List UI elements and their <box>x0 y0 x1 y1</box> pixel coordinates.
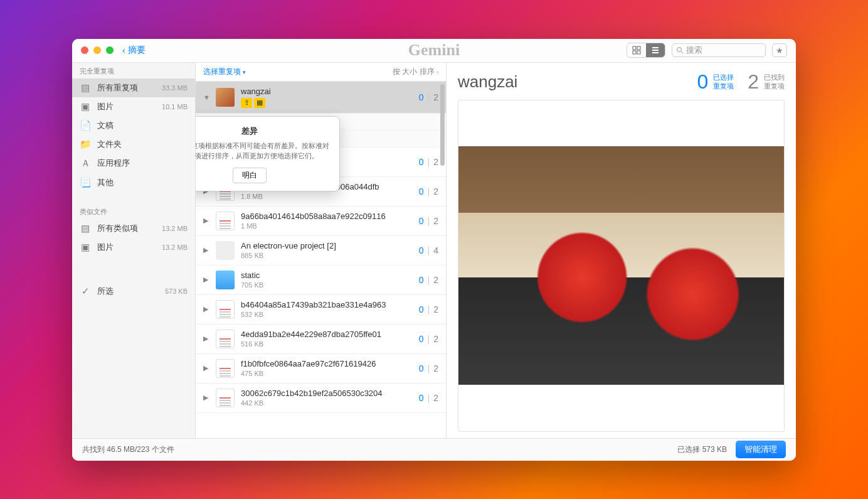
duplicate-groups-list[interactable]: ▼ wangzai ⇪▦ 0|2 mages › 📄 wangzai.jpguc… <box>196 82 446 438</box>
disclosure-triangle-icon[interactable]: ▼ <box>203 94 209 101</box>
preview-title: wangzai <box>458 72 517 92</box>
group-name: static <box>241 271 413 280</box>
other-icon: 📃 <box>80 177 91 188</box>
svg-line-8 <box>681 51 683 53</box>
duplicate-group[interactable]: ▶ An electron-vue project [2] 885 KB 0|4 <box>196 236 446 266</box>
sidebar-item-label: 图片 <box>97 101 114 112</box>
sidebar-item-size: 33.3 MB <box>162 84 188 92</box>
disclosure-triangle-icon[interactable]: ▶ <box>203 276 209 284</box>
group-counts: 0|2 <box>419 157 438 167</box>
disclosure-triangle-icon[interactable]: ▶ <box>203 394 209 402</box>
svg-rect-1 <box>637 46 640 50</box>
group-counts: 0|4 <box>419 245 438 255</box>
duplicate-group[interactable]: ▶ 9a66ba4014614b058a8aa7e922c09116 1 MB … <box>196 207 446 236</box>
popover-ok-button[interactable]: 明白 <box>233 168 267 183</box>
search-icon <box>676 46 684 54</box>
duplicate-group[interactable]: ▶ static 705 KB 0|2 <box>196 266 446 295</box>
scrollbar[interactable] <box>440 84 445 436</box>
group-size: 516 KB <box>241 340 413 348</box>
sidebar: 完全重复项 ▤ 所有重复项 33.3 MB▣ 图片 10.1 MB📄 文稿 📁 … <box>72 63 196 438</box>
disclosure-triangle-icon[interactable]: ▶ <box>203 335 209 343</box>
footer-selected-size: 已选择 573 KB <box>677 444 727 455</box>
back-to-summary-button[interactable]: ‹ 摘要 <box>122 45 146 56</box>
summary-label: 摘要 <box>128 45 146 56</box>
group-size: 705 KB <box>241 281 413 289</box>
svg-point-7 <box>677 48 682 52</box>
preview-image <box>458 146 784 385</box>
thumbnail-icon <box>216 359 235 378</box>
tag-icon: ▦ <box>254 98 265 108</box>
close-button[interactable] <box>81 46 88 54</box>
duplicate-group[interactable]: ▶ f1b0fbfce0864aa7ae97c2f671619426 475 K… <box>196 354 446 384</box>
sidebar-item-文稿[interactable]: 📄 文稿 <box>72 116 195 135</box>
thumbnail-icon <box>216 88 235 107</box>
search-placeholder: 搜索 <box>686 45 702 56</box>
sidebar-section-exact: 完全重复项 <box>72 63 195 78</box>
app-icon: Ａ <box>80 158 91 169</box>
thumbnail-icon <box>216 300 235 319</box>
doc-icon: 📄 <box>80 120 91 131</box>
sort-button[interactable]: 按 大小 排序 › <box>393 67 438 77</box>
folder-icon: 📁 <box>80 139 91 150</box>
group-counts: 0|2 <box>419 393 438 403</box>
preview-image-frame <box>458 100 785 432</box>
group-size: 442 KB <box>241 399 413 407</box>
duplicate-group[interactable]: ▶ b46404a85a17439ab321bae331e4a963 532 K… <box>196 295 446 325</box>
disclosure-triangle-icon[interactable]: ▶ <box>203 246 209 254</box>
sidebar-item-size: 13.2 MB <box>162 225 188 232</box>
status-bar: 共找到 46.5 MB/223 个文件 已选择 573 KB 智能清理 <box>72 438 796 461</box>
grid-view-icon[interactable] <box>627 43 646 57</box>
titlebar: ‹ 摘要 Gemini 搜索 ★ <box>72 39 796 63</box>
search-input[interactable]: 搜索 <box>672 43 766 57</box>
stat-found: 2 已找到重复项 <box>748 70 785 94</box>
sidebar-item-label: 文稿 <box>97 120 114 131</box>
sidebar-item-label: 文件夹 <box>97 139 122 150</box>
svg-rect-3 <box>637 51 640 54</box>
sidebar-item-文件夹[interactable]: 📁 文件夹 <box>72 135 195 154</box>
sidebar-item-所有重复项[interactable]: ▤ 所有重复项 33.3 MB <box>72 78 195 97</box>
view-mode-toggle[interactable] <box>627 43 665 58</box>
check-icon: ✓ <box>80 286 91 297</box>
disclosure-triangle-icon[interactable]: ▶ <box>203 305 209 313</box>
smart-clean-button[interactable]: 智能清理 <box>736 441 786 458</box>
group-counts: 0|2 <box>419 216 438 226</box>
sidebar-item-其他[interactable]: 📃 其他 <box>72 173 195 192</box>
duplicate-group[interactable]: ▼ wangzai ⇪▦ 0|2 <box>196 82 446 114</box>
tooltip-popover: 差异 您的重复项根据标准不同可能会有所差异。按标准对重复项进行排序，从而更加方便… <box>196 116 340 191</box>
list-view-icon[interactable] <box>646 43 665 57</box>
zoom-button[interactable] <box>106 46 114 54</box>
sidebar-item-图片[interactable]: ▣ 图片 10.1 MB <box>72 97 195 116</box>
group-name: f1b0fbfce0864aa7ae97c2f671619426 <box>241 359 413 368</box>
svg-rect-0 <box>633 46 636 50</box>
footer-summary: 共找到 46.5 MB/223 个文件 <box>82 444 174 455</box>
favorites-button[interactable]: ★ <box>772 43 787 57</box>
group-size: 475 KB <box>241 370 413 377</box>
thumbnail-icon <box>216 241 235 260</box>
disclosure-triangle-icon[interactable]: ▶ <box>203 364 209 372</box>
sidebar-item-size: 13.2 MB <box>162 244 188 251</box>
app-window: ‹ 摘要 Gemini 搜索 ★ <box>72 39 796 461</box>
popover-title: 差异 <box>196 126 329 137</box>
group-size: 1.8 MB <box>241 193 413 200</box>
duplicate-group[interactable]: ▶ 4edda91ba2e44e229e87dba2705ffe01 516 K… <box>196 325 446 354</box>
group-name: 30062c679c1b42b19ef2a506530c3204 <box>241 389 413 398</box>
group-counts: 0|2 <box>419 92 438 102</box>
sidebar-item-应用程序[interactable]: Ａ 应用程序 <box>72 154 195 173</box>
preview-pane: wangzai 0 已选择重复项 2 已找到重复项 <box>447 63 796 438</box>
disclosure-triangle-icon[interactable]: ▶ <box>203 217 209 225</box>
group-name: An electron-vue project [2] <box>241 241 413 250</box>
select-duplicates-button[interactable]: 选择重复项 ▾ <box>203 67 246 77</box>
sidebar-item-所有类似项[interactable]: ▤ 所有类似项 13.2 MB <box>72 219 195 238</box>
sidebar-item-selected[interactable]: ✓ 所选 573 KB <box>72 282 195 301</box>
group-size: 1 MB <box>241 222 413 230</box>
minimize-button[interactable] <box>93 46 101 54</box>
group-size: 885 KB <box>241 252 413 259</box>
group-counts: 0|2 <box>419 363 438 373</box>
sidebar-item-图片[interactable]: ▣ 图片 13.2 MB <box>72 238 195 257</box>
sidebar-item-label: 所选 <box>97 286 114 297</box>
svg-rect-2 <box>633 51 636 54</box>
image-icon: ▣ <box>80 242 91 253</box>
group-counts: 0|2 <box>419 186 438 196</box>
sidebar-section-similar: 类似文件 <box>72 203 195 219</box>
duplicate-group[interactable]: ▶ 30062c679c1b42b19ef2a506530c3204 442 K… <box>196 384 446 413</box>
